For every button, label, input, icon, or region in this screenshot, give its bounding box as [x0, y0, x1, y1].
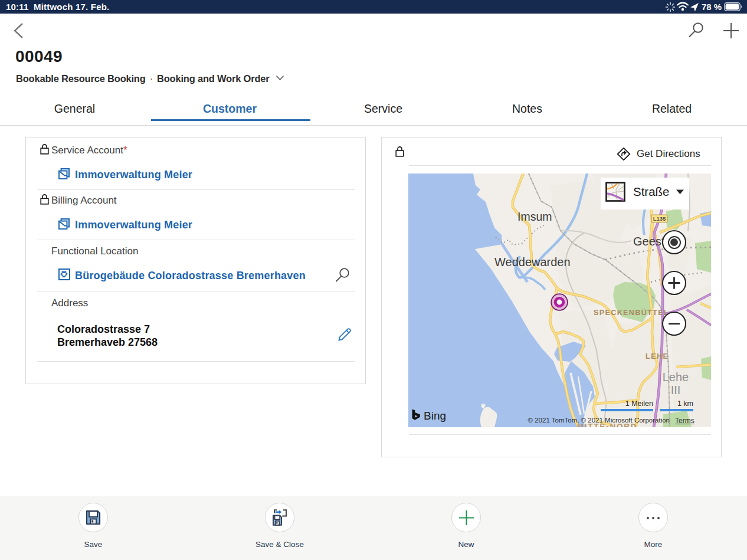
svg-text:Lehe: Lehe [663, 371, 689, 384]
svg-text:SPECKENBÜTTEL: SPECKENBÜTTEL [594, 308, 669, 317]
svg-text:LEHE: LEHE [646, 352, 669, 361]
svg-text:Imsum: Imsum [517, 210, 552, 223]
svg-text:III: III [671, 384, 681, 397]
svg-text:L135: L135 [653, 215, 666, 222]
svg-text:Weddewarden: Weddewarden [494, 256, 571, 268]
